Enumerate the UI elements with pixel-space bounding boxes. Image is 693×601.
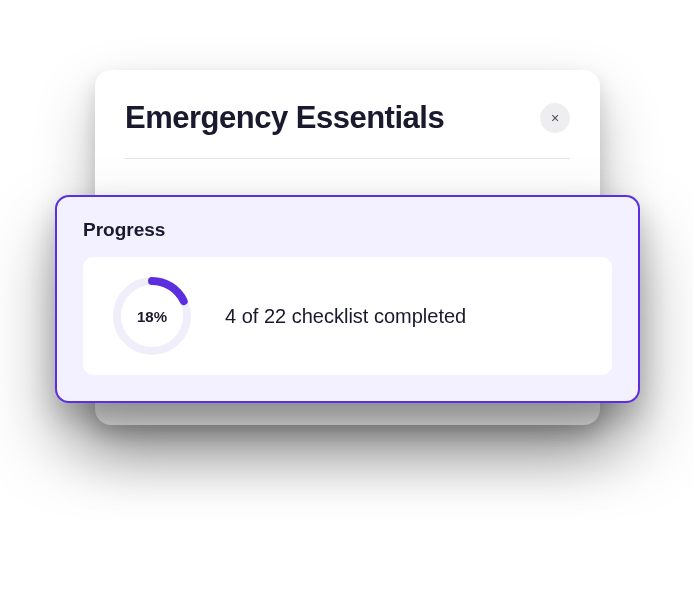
- progress-heading: Progress: [83, 219, 612, 241]
- close-button[interactable]: ×: [540, 103, 570, 133]
- progress-content: 18% 4 of 22 checklist completed: [83, 257, 612, 375]
- progress-card: Progress 18% 4 of 22 checklist completed: [55, 195, 640, 403]
- page-title: Emergency Essentials: [125, 100, 444, 136]
- progress-summary: 4 of 22 checklist completed: [225, 305, 466, 328]
- card-header: Emergency Essentials ×: [125, 100, 570, 159]
- close-icon: ×: [551, 110, 559, 126]
- progress-percent-text: 18%: [137, 308, 167, 325]
- progress-ring: 18%: [111, 275, 193, 357]
